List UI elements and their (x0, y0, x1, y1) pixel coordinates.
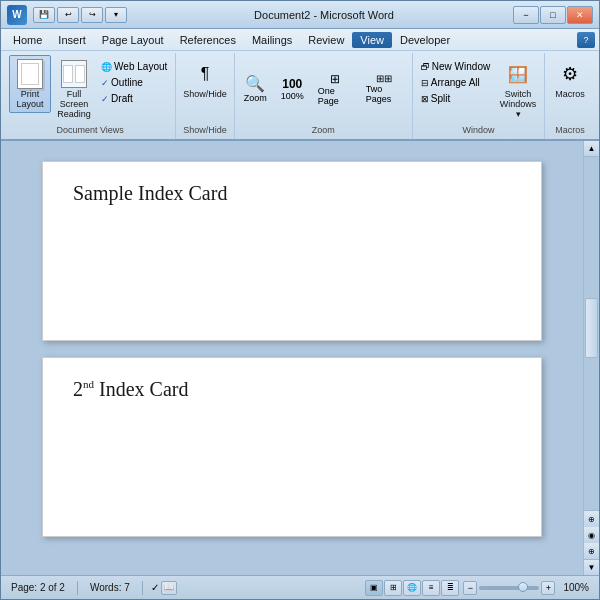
zoom-100-icon: 100 (282, 77, 302, 91)
view-mode-btns: ▣ ⊞ 🌐 ≡ ≣ (365, 580, 459, 596)
app-window: W 💾 ↩ ↪ ▾ Document2 - Microsoft Word − □… (0, 0, 600, 600)
view-btn-fullscreen[interactable]: ⊞ (384, 580, 402, 596)
zoom-level: 100% (559, 582, 593, 593)
quick-menu-btn[interactable]: ▾ (105, 7, 127, 23)
show-hide-btn[interactable]: ¶ Show/Hide (180, 55, 229, 103)
scroll-thumb[interactable] (585, 298, 598, 358)
zoom-plus-btn[interactable]: + (541, 581, 555, 595)
spell-btn[interactable]: 📖 (161, 581, 177, 595)
print-layout-icon (14, 58, 46, 90)
zoom-group-label: Zoom (239, 125, 408, 137)
menu-bar: Home Insert Page Layout References Maili… (1, 29, 599, 51)
zoom-two-btn[interactable]: ⊞⊞ Two Pages (361, 71, 408, 106)
document-scroll[interactable]: Sample Index Card 2nd Index Card (1, 141, 583, 575)
window-group-label: Window (417, 125, 540, 137)
window-controls: − □ ✕ (513, 6, 593, 24)
ribbon-group-show-hide: ¶ Show/Hide Show/Hide (176, 53, 234, 139)
document-area: Sample Index Card 2nd Index Card ▲ ⊕ ◉ ⊕… (1, 141, 599, 575)
zoom-reset-btn[interactable]: ⊞ One Page (313, 70, 357, 108)
draft-label: Draft (111, 93, 133, 104)
menu-review[interactable]: Review (300, 32, 352, 48)
redo-btn[interactable]: ↪ (81, 7, 103, 23)
scroll-page-down-btn[interactable]: ⊕ (584, 543, 600, 559)
document-views-label: Document Views (9, 125, 171, 137)
ribbon-group-zoom: 🔍 Zoom 100 100% ⊞ One Page ⊞⊞ Two Pages (235, 53, 413, 139)
quick-save-btn[interactable]: 💾 (33, 7, 55, 23)
zoom-100-btn[interactable]: 100 100% (276, 75, 309, 103)
split-label: Split (431, 93, 450, 104)
status-divider-2 (142, 581, 143, 595)
full-screen-icon (58, 58, 90, 90)
maximize-button[interactable]: □ (540, 6, 566, 24)
menu-insert[interactable]: Insert (50, 32, 94, 48)
split-btn[interactable]: ⊠ Split (417, 91, 494, 106)
scroll-page-up-btn[interactable]: ⊕ (584, 511, 600, 527)
close-button[interactable]: ✕ (567, 6, 593, 24)
view-small-btns: 🌐 Web Layout ✓ Outline ✓ Draft (97, 55, 171, 106)
menu-references[interactable]: References (172, 32, 244, 48)
card-2-suffix: Index Card (94, 378, 188, 400)
switch-windows-btn[interactable]: 🪟 SwitchWindows ▾ (496, 55, 540, 123)
undo-btn[interactable]: ↩ (57, 7, 79, 23)
zoom-reset-label: One Page (318, 86, 352, 106)
menu-developer[interactable]: Developer (392, 32, 458, 48)
zoom-icon: 🔍 (245, 74, 265, 93)
menu-mailings[interactable]: Mailings (244, 32, 300, 48)
menu-view[interactable]: View (352, 32, 392, 48)
print-layout-btn[interactable]: PrintLayout (9, 55, 51, 113)
switch-windows-label: SwitchWindows ▾ (500, 90, 537, 120)
scroll-select-btn[interactable]: ◉ (584, 527, 600, 543)
macros-group-label: Macros (549, 125, 591, 137)
zoom-two-label: Two Pages (366, 84, 403, 104)
index-card-2: 2nd Index Card (42, 357, 542, 537)
arrange-all-label: Arrange All (431, 77, 480, 88)
zoom-reset-icon: ⊞ (330, 72, 340, 86)
zoom-100-label: 100% (281, 91, 304, 101)
card-1-title: Sample Index Card (73, 182, 511, 205)
card-2-number: 2 (73, 378, 83, 400)
title-bar-controls: 💾 ↩ ↪ ▾ (33, 7, 127, 23)
word-count: Words: 7 (86, 582, 134, 593)
macros-icon: ⚙ (554, 58, 586, 90)
view-btn-print[interactable]: ▣ (365, 580, 383, 596)
draft-btn[interactable]: ✓ Draft (97, 91, 171, 106)
full-screen-label: Full ScreenReading (57, 90, 91, 120)
word-logo: W (7, 5, 27, 25)
view-btn-outline[interactable]: ≡ (422, 580, 440, 596)
status-divider-1 (77, 581, 78, 595)
outline-btn[interactable]: ✓ Outline (97, 75, 171, 90)
help-btn[interactable]: ? (577, 32, 595, 48)
zoom-slider-area: − + (463, 581, 555, 595)
macros-btn[interactable]: ⚙ Macros (549, 55, 591, 103)
window-small-btns: 🗗 New Window ⊟ Arrange All ⊠ Split (417, 55, 494, 106)
full-screen-reading-btn[interactable]: Full ScreenReading (53, 55, 95, 123)
menu-page-layout[interactable]: Page Layout (94, 32, 172, 48)
view-btn-web[interactable]: 🌐 (403, 580, 421, 596)
zoom-two-icon: ⊞⊞ (376, 73, 392, 84)
scroll-up-btn[interactable]: ▲ (584, 141, 600, 157)
ribbon: PrintLayout Full ScreenReading (1, 51, 599, 141)
new-window-btn[interactable]: 🗗 New Window (417, 59, 494, 74)
status-bar: Page: 2 of 2 Words: 7 ✓ 📖 ▣ ⊞ 🌐 ≡ ≣ − + (1, 575, 599, 599)
web-layout-btn[interactable]: 🌐 Web Layout (97, 59, 171, 74)
print-layout-label: PrintLayout (16, 90, 43, 110)
menu-home[interactable]: Home (5, 32, 50, 48)
scroll-track[interactable] (584, 157, 599, 510)
zoom-slider-track[interactable] (479, 586, 539, 590)
ribbon-group-window: 🗗 New Window ⊟ Arrange All ⊠ Split (413, 53, 545, 139)
zoom-slider-thumb[interactable] (518, 582, 528, 592)
zoom-minus-btn[interactable]: − (463, 581, 477, 595)
show-hide-icon: ¶ (189, 58, 221, 90)
outline-label: Outline (111, 77, 143, 88)
zoom-btn-label: Zoom (244, 93, 267, 103)
macros-label: Macros (555, 90, 585, 100)
minimize-button[interactable]: − (513, 6, 539, 24)
page-indicator: Page: 2 of 2 (7, 582, 69, 593)
arrange-all-btn[interactable]: ⊟ Arrange All (417, 75, 494, 90)
zoom-btn[interactable]: 🔍 Zoom (239, 72, 272, 105)
title-bar: W 💾 ↩ ↪ ▾ Document2 - Microsoft Word − □… (1, 1, 599, 29)
scroll-down-btn[interactable]: ▼ (584, 559, 600, 575)
card-2-title: 2nd Index Card (73, 378, 511, 401)
view-btn-draft[interactable]: ≣ (441, 580, 459, 596)
vertical-scrollbar: ▲ ⊕ ◉ ⊕ ▼ (583, 141, 599, 575)
